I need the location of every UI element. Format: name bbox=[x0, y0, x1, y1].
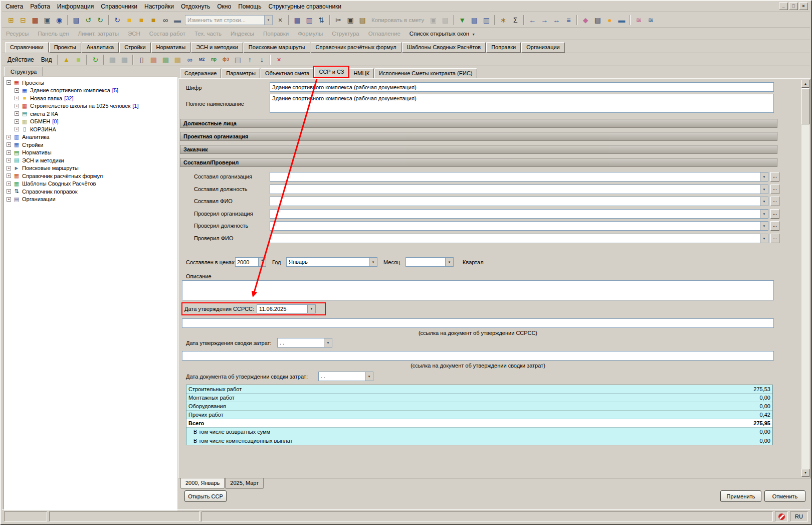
tree-item[interactable]: +▦Справочник расчётных формул bbox=[4, 172, 177, 180]
tree-expander-icon[interactable]: − bbox=[7, 80, 11, 85]
tree-expander-icon[interactable]: + bbox=[7, 135, 11, 139]
reference-tab[interactable]: Стройки bbox=[119, 42, 150, 53]
menu-item[interactable]: Окно bbox=[214, 2, 235, 12]
spin-down-icon[interactable]: ▼ bbox=[259, 262, 266, 266]
cancel-button[interactable]: Отменить bbox=[764, 490, 805, 502]
copy-to-estimate-icon[interactable]: ▣ bbox=[427, 14, 439, 26]
reference-tab[interactable]: Организации bbox=[521, 42, 565, 53]
ssrss-link-input[interactable] bbox=[182, 318, 774, 328]
ssrss-date-combo[interactable]: 11.06.2025▼ bbox=[257, 304, 316, 313]
official-combo[interactable]: ▼ bbox=[270, 185, 768, 194]
folder-contents-icon[interactable]: ■ bbox=[72, 54, 84, 65]
panel-toggle-button[interactable]: Состав работ bbox=[149, 31, 185, 37]
pin-icon[interactable]: ▯ bbox=[135, 54, 147, 65]
full-name-input[interactable]: Здание спортивного комплекса (рабочая до… bbox=[270, 94, 774, 113]
shift-right-icon[interactable]: ≡ bbox=[562, 14, 574, 26]
svodka-link-input[interactable] bbox=[182, 351, 774, 361]
tree-item[interactable]: +▦Здание спортивного комплекса[5] bbox=[4, 87, 177, 95]
tree-expander-icon[interactable]: + bbox=[15, 96, 19, 100]
panel-toggle-button[interactable]: Структура bbox=[332, 31, 359, 37]
tree-expander-icon[interactable]: + bbox=[15, 111, 19, 116]
tree-expander-icon[interactable]: + bbox=[7, 197, 11, 202]
binoculars-icon[interactable]: ∞ bbox=[159, 14, 171, 26]
m2-icon[interactable]: м2 bbox=[195, 54, 208, 65]
menu-item[interactable]: Действие bbox=[4, 55, 38, 65]
table-delete-icon[interactable]: ▦ bbox=[29, 14, 41, 26]
tree-expander-icon[interactable]: + bbox=[15, 88, 19, 93]
reference-tab[interactable]: Справочники bbox=[5, 42, 49, 53]
page-settings-icon[interactable]: ▤ bbox=[468, 14, 480, 26]
wizard-icon[interactable]: ∗ bbox=[497, 14, 509, 26]
redo-icon[interactable]: ↻ bbox=[94, 14, 106, 26]
tree-expander-icon[interactable]: + bbox=[15, 119, 19, 124]
menu-item[interactable]: Помощь bbox=[235, 2, 265, 12]
reference-tab[interactable]: Поправки bbox=[486, 42, 521, 53]
detail-tab[interactable]: Исполнение Сметы контракта (ЕИС) bbox=[374, 68, 477, 78]
section-header[interactable]: Проектная организация bbox=[180, 132, 777, 141]
menu-item[interactable]: Настройки bbox=[141, 2, 177, 12]
detail-tab[interactable]: Объектная смета bbox=[261, 68, 314, 78]
tree-item[interactable]: +▥ОБМЕН[0] bbox=[4, 118, 177, 126]
price-year-input[interactable] bbox=[236, 258, 258, 266]
open-ssr-button[interactable]: Открыть ССР bbox=[184, 490, 227, 502]
detail-tab[interactable]: Содержание bbox=[180, 68, 221, 78]
panel-toggle-button[interactable]: Оглавление bbox=[368, 31, 400, 37]
form-scrollbar[interactable]: ▲ ▼ bbox=[801, 80, 809, 477]
clear-row-type-icon[interactable]: × bbox=[274, 14, 286, 26]
official-combo[interactable]: ▼ bbox=[270, 197, 768, 206]
scroll-up-icon[interactable]: ▲ bbox=[801, 80, 809, 88]
reference-tab[interactable]: Проекты bbox=[49, 42, 81, 53]
panel-toggle-button[interactable]: Индексы bbox=[231, 31, 254, 37]
menu-item[interactable]: Структурные справочники bbox=[265, 2, 345, 12]
level-right-icon[interactable]: → bbox=[538, 14, 550, 26]
tree-item[interactable]: +▤ЭСН и методики bbox=[4, 156, 177, 164]
grid-green-icon[interactable]: ▦ bbox=[159, 54, 171, 65]
sum-icon[interactable]: Σ bbox=[509, 14, 521, 26]
folder-new-icon[interactable]: ■ bbox=[123, 14, 135, 26]
shift-left-icon[interactable]: ↔ bbox=[550, 14, 562, 26]
tree-expander-icon[interactable]: + bbox=[7, 142, 11, 147]
tree-item[interactable]: −▦Проекты bbox=[4, 79, 177, 87]
table-view-icon[interactable]: ▥ bbox=[303, 14, 315, 26]
tree-item[interactable]: +▤смета 2 КА bbox=[4, 110, 177, 118]
layers-blue-icon[interactable]: ≋ bbox=[645, 14, 657, 26]
export-icon[interactable]: ▼ bbox=[456, 14, 468, 26]
pr-icon[interactable]: пр bbox=[208, 54, 220, 65]
official-combo[interactable]: ▼ bbox=[270, 221, 768, 231]
f3-icon[interactable]: ф3 bbox=[220, 54, 232, 65]
grid-gold-icon[interactable]: ▦ bbox=[171, 54, 183, 65]
ellipsis-button[interactable]: ... bbox=[770, 209, 779, 219]
tree-item[interactable]: +▦Шаблоны Сводных Расчётов bbox=[4, 180, 177, 188]
tree-item[interactable]: +⇅Справочник поправок bbox=[4, 188, 177, 196]
tab-structure[interactable]: Структура bbox=[4, 67, 43, 76]
copy-to-folder-icon[interactable]: ▤ bbox=[439, 14, 451, 26]
price-year-spinner[interactable]: ▲▼ bbox=[235, 257, 266, 267]
tree-item[interactable]: +▤Организации bbox=[4, 196, 177, 204]
printer-icon[interactable]: ▤ bbox=[591, 14, 603, 26]
menu-item[interactable]: Отдохнуть bbox=[177, 2, 214, 12]
weather-icon[interactable]: ● bbox=[603, 14, 616, 26]
folder-go-icon[interactable]: ■ bbox=[147, 14, 159, 26]
ellipsis-button[interactable]: ... bbox=[770, 234, 779, 243]
undo-icon[interactable]: ↺ bbox=[82, 14, 94, 26]
open-windows-button[interactable]: Список открытых окон▼ bbox=[410, 31, 475, 37]
svodka-doc-date-combo[interactable]: . .▼ bbox=[318, 372, 373, 381]
row-type-combo[interactable]: Изменить тип строки...▼ bbox=[185, 15, 273, 25]
reference-tab[interactable]: ЭСН и методики bbox=[191, 42, 243, 53]
panel-toggle-button[interactable]: Поправки bbox=[263, 31, 289, 37]
tree-expander-icon[interactable]: + bbox=[15, 104, 19, 108]
tree-expander-icon[interactable]: + bbox=[7, 158, 11, 162]
section-header[interactable]: Заказчик bbox=[180, 145, 777, 154]
ellipsis-button[interactable]: ... bbox=[770, 172, 779, 182]
panel-toggle-button[interactable]: Панель цен bbox=[38, 31, 69, 37]
panel-toggle-button[interactable]: Лимит. затраты bbox=[78, 31, 118, 37]
tree-expander-icon[interactable]: + bbox=[7, 182, 11, 186]
section-header[interactable]: Должностные лица bbox=[180, 119, 777, 128]
move-up-icon[interactable]: ↑ bbox=[244, 54, 256, 65]
tree-expander-icon[interactable]: + bbox=[7, 173, 11, 178]
folder-up-icon[interactable]: ▲ bbox=[60, 54, 72, 65]
official-combo[interactable]: ▼ bbox=[270, 172, 768, 182]
scroll-down-icon[interactable]: ▼ bbox=[801, 469, 809, 477]
panel-toggle-button[interactable]: Тех. часть bbox=[194, 31, 222, 37]
car-icon[interactable]: ▬ bbox=[616, 14, 628, 26]
